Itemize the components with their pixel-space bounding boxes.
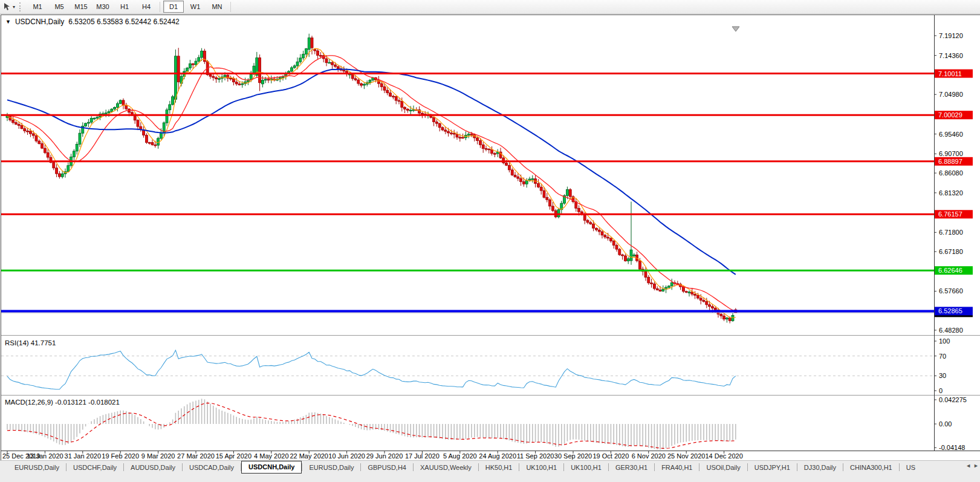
timeframe-button-m30[interactable]: M30: [92, 1, 113, 13]
svg-text:6.86080: 6.86080: [939, 169, 963, 177]
svg-text:6.52865: 6.52865: [938, 307, 962, 314]
chart-tab-eurusd-daily[interactable]: EURUSD,Daily: [302, 462, 360, 473]
rsi-axis-labels: 10070300: [934, 337, 950, 394]
macd-histogram: [7, 399, 736, 449]
timeframe-button-w1[interactable]: W1: [185, 1, 206, 13]
chart-shift-marker: [732, 27, 739, 31]
svg-text:100: 100: [939, 337, 950, 345]
horizontal-lines: [1, 74, 934, 313]
timeframe-button-m15[interactable]: M15: [71, 1, 91, 13]
chart-tab-hk50-h1[interactable]: HK50,H1: [479, 462, 519, 473]
timeframe-button-h1[interactable]: H1: [114, 1, 135, 13]
svg-text:15 Apr 2020: 15 Apr 2020: [216, 452, 251, 460]
chart-title: ▼ USDCNH,Daily 6.53205 6.53583 6.52442 6…: [5, 18, 180, 26]
svg-text:6.71800: 6.71800: [939, 229, 963, 236]
date-axis-labels: 25 Dec 201913 Jan 202031 Jan 202019 Feb …: [2, 451, 743, 460]
svg-text:0.00: 0.00: [939, 420, 952, 428]
timeframe-buttons: M1M5M15M30H1H4D1W1MN: [27, 1, 233, 13]
rsi-level-lines: [1, 356, 934, 376]
chart-tab-uk100-h1[interactable]: UK100,H1: [519, 462, 563, 473]
svg-text:25 Nov 2020: 25 Nov 2020: [667, 452, 705, 460]
macd-axis-labels: 0.0422750.00-0.04148: [934, 396, 967, 451]
svg-text:6.81320: 6.81320: [939, 189, 963, 197]
svg-text:29 Jun 2020: 29 Jun 2020: [366, 452, 403, 460]
tab-scroll-left-icon[interactable]: ◄: [965, 463, 971, 469]
macd-label: MACD(12,26,9) -0.013121 -0.018021: [5, 399, 120, 406]
svg-text:17 Jul 2020: 17 Jul 2020: [405, 452, 440, 460]
svg-text:11 Sep 2020: 11 Sep 2020: [517, 452, 554, 460]
timeframe-button-h4[interactable]: H4: [136, 1, 157, 13]
timeframe-button-d1[interactable]: D1: [163, 1, 184, 13]
chart-tab-uk100-h1[interactable]: UK100,H1: [564, 462, 608, 473]
price-chart[interactable]: 7.191207.143607.049806.954606.907006.860…: [1, 15, 980, 460]
svg-text:7.04980: 7.04980: [939, 91, 963, 98]
macd-signal-line: [7, 403, 736, 448]
svg-text:22 May 2020: 22 May 2020: [290, 452, 328, 460]
svg-text:6.76157: 6.76157: [938, 210, 962, 218]
chart-ohlc-values: 6.53205 6.53583 6.52442 6.52442: [68, 18, 180, 26]
svg-text:14 Dec 2020: 14 Dec 2020: [705, 452, 742, 460]
svg-text:5 Aug 2020: 5 Aug 2020: [443, 452, 477, 460]
svg-text:31 Jan 2020: 31 Jan 2020: [65, 452, 102, 460]
svg-text:6.57660: 6.57660: [939, 287, 963, 295]
chart-tab-us[interactable]: US: [900, 462, 922, 473]
svg-text:6.62646: 6.62646: [938, 267, 962, 274]
chart-tab-usdchf-daily[interactable]: USDCHF,Daily: [67, 462, 123, 473]
timeframe-button-m5[interactable]: M5: [49, 1, 70, 13]
chart-tab-usdcnh-daily[interactable]: USDCNH,Daily: [241, 461, 302, 474]
svg-text:0: 0: [939, 387, 943, 394]
svg-text:0.042275: 0.042275: [939, 396, 967, 403]
svg-text:6.95460: 6.95460: [939, 131, 963, 138]
chart-tab-eurusd-daily[interactable]: EURUSD,Daily: [8, 462, 66, 473]
svg-text:10 Jun 2020: 10 Jun 2020: [328, 452, 365, 460]
chart-tab-usoil-daily[interactable]: USOil,Daily: [699, 462, 747, 473]
svg-text:13 Jan 2020: 13 Jan 2020: [27, 452, 63, 460]
svg-text:27 Mar 2020: 27 Mar 2020: [177, 452, 215, 460]
chart-tab-fra40-h1[interactable]: FRA40,H1: [655, 462, 699, 473]
timeframe-button-mn[interactable]: MN: [207, 1, 227, 13]
svg-text:24 Aug 2020: 24 Aug 2020: [479, 452, 516, 460]
svg-text:7.10011: 7.10011: [938, 70, 962, 77]
svg-text:6.90700: 6.90700: [939, 150, 963, 157]
tab-scroll-right-icon[interactable]: ►: [973, 463, 979, 469]
svg-text:6.88897: 6.88897: [938, 158, 962, 165]
svg-text:6 Nov 2020: 6 Nov 2020: [632, 452, 666, 460]
chart-tab-audusd-daily[interactable]: AUDUSD,Daily: [124, 462, 182, 473]
toolbar-separator: [160, 2, 160, 12]
svg-text:9 Mar 2020: 9 Mar 2020: [141, 452, 175, 460]
moving-average-lines: [7, 48, 736, 318]
toolbar-grip[interactable]: [19, 2, 22, 11]
chart-cursor-icon: [3, 2, 11, 11]
cursor-tool-button[interactable]: ▾: [2, 1, 16, 13]
chart-tab-usdcad-daily[interactable]: USDCAD,Daily: [183, 462, 241, 473]
tab-scroll-nav: ◄ ►: [965, 463, 979, 469]
chart-symbol-label: USDCNH,Daily: [15, 18, 64, 26]
toolbar-separator: [230, 2, 231, 12]
chart-window: ▼ USDCNH,Daily 6.53205 6.53583 6.52442 6…: [1, 15, 980, 461]
timeframe-toolbar: ▾ M1M5M15M30H1H4D1W1MN: [0, 0, 980, 14]
chart-tab-china300-h1[interactable]: CHINA300,H1: [843, 462, 899, 473]
chart-tab-gbpusd-h4[interactable]: GBPUSD,H4: [361, 462, 413, 473]
chart-tabs-bar: EURUSD,DailyUSDCHF,DailyAUDUSD,DailyUSDC…: [0, 460, 980, 474]
mt4-terminal: ▾ M1M5M15M30H1H4D1W1MN ▼ USDCNH,Daily 6.…: [0, 0, 980, 482]
svg-text:7.14360: 7.14360: [939, 52, 963, 59]
chart-tab-usdjpy-h1[interactable]: USDJPY,H1: [748, 462, 797, 473]
svg-text:30: 30: [939, 372, 946, 379]
chart-tab-xauusd-weekly[interactable]: XAUUSD,Weekly: [414, 462, 478, 473]
svg-text:-0.04148: -0.04148: [939, 444, 965, 451]
timeframe-button-m1[interactable]: M1: [27, 1, 48, 13]
svg-text:30 Sep 2020: 30 Sep 2020: [554, 452, 592, 460]
svg-text:7.00029: 7.00029: [938, 111, 962, 119]
chart-tab-dj30-daily[interactable]: DJ30,Daily: [797, 462, 843, 473]
svg-text:6.48280: 6.48280: [939, 327, 963, 334]
svg-text:19 Oct 2020: 19 Oct 2020: [592, 452, 629, 460]
svg-text:6.67180: 6.67180: [939, 248, 963, 255]
collapse-chart-icon[interactable]: ▼: [5, 19, 11, 25]
svg-text:70: 70: [939, 353, 946, 360]
svg-text:4 May 2020: 4 May 2020: [254, 452, 288, 460]
chart-tab-ger30-h1[interactable]: GER30,H1: [609, 462, 654, 473]
chevron-down-icon[interactable]: ▾: [13, 4, 15, 10]
rsi-label: RSI(14) 41.7751: [5, 339, 56, 347]
svg-text:19 Feb 2020: 19 Feb 2020: [102, 452, 139, 460]
svg-text:7.19120: 7.19120: [939, 32, 963, 39]
